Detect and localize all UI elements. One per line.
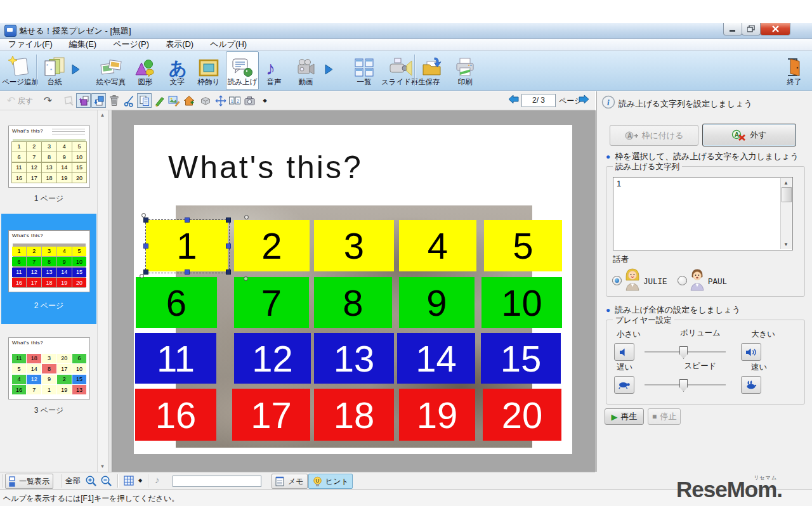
resize-handle[interactable] — [143, 217, 148, 223]
attach-to-frame-button[interactable]: A 枠に付ける — [610, 125, 698, 146]
toolbar-button-shapes[interactable]: 図形 — [130, 52, 160, 88]
grid-cell[interactable]: 7 — [234, 277, 309, 328]
cut-icon[interactable] — [122, 93, 136, 108]
bring-front-icon[interactable] — [76, 93, 91, 108]
grid-cell[interactable]: 20 — [483, 389, 561, 441]
toolbar-button-pages[interactable]: 一覧 — [347, 52, 381, 88]
speed-slider-track[interactable] — [645, 384, 726, 386]
toolbar-button-photos[interactable]: 絵や写真 — [93, 52, 129, 88]
menu-4[interactable]: ヘルプ(H) — [202, 39, 255, 50]
minimize-button[interactable] — [723, 23, 742, 36]
grid-cell[interactable]: 19 — [399, 389, 475, 441]
grid-cell[interactable]: 18 — [314, 389, 394, 441]
menu-1[interactable]: 編集(E) — [61, 39, 105, 50]
camera-icon[interactable] — [242, 93, 257, 108]
grid-cell[interactable]: 3 — [314, 220, 394, 271]
toolbar-button-print[interactable]: 印刷 — [449, 52, 481, 88]
box-icon[interactable] — [198, 93, 213, 108]
list-view-button[interactable]: 一覧表示 — [5, 474, 53, 489]
zoom-out-button[interactable] — [100, 475, 112, 486]
speed-slider-thumb[interactable] — [679, 379, 688, 392]
grid-cell[interactable]: 10 — [481, 277, 562, 328]
scroll-down-icon[interactable]: ▼ — [99, 464, 106, 469]
menu-3[interactable]: 表示(D) — [157, 39, 202, 50]
slide-title[interactable]: What's this? — [168, 149, 363, 186]
toolbar-button-save[interactable]: 保存 — [417, 52, 448, 88]
page-thumbnail-2[interactable]: What's this?1234567891011121314151617181… — [8, 230, 90, 292]
page-thumbnail-3[interactable]: What's this?1118320651481710412921516711… — [8, 337, 90, 399]
speech-text-area[interactable]: 1 ▲ ▼ — [613, 177, 793, 250]
volume-up-button[interactable] — [741, 343, 761, 361]
toolbar-button-speech[interactable]: 読み上げ — [226, 51, 259, 90]
toolbar-button-audio[interactable]: ♪音声 — [259, 52, 289, 88]
pen-icon[interactable] — [152, 93, 167, 108]
grid-cell[interactable]: 2 — [234, 220, 310, 271]
scroll-down-icon[interactable]: ▼ — [782, 242, 790, 247]
toolbar-button-exit[interactable]: 終了 — [779, 52, 809, 88]
dropdown-icon[interactable]: ◆ — [258, 93, 272, 108]
scroll-up-icon[interactable]: ▲ — [99, 112, 106, 118]
toolbar-button-frame[interactable]: 枠飾り — [193, 52, 225, 88]
grid-cell[interactable]: 15 — [481, 333, 561, 384]
resize-handle[interactable] — [143, 243, 148, 249]
textarea-scrollbar[interactable]: ▲ ▼ — [780, 178, 792, 249]
page-number-field[interactable]: 2/ 3 — [521, 94, 556, 107]
resize-handle[interactable] — [226, 217, 231, 223]
grid-cell[interactable]: 4 — [399, 220, 476, 271]
toolbar-button-projector[interactable]: スライド再生 — [381, 52, 419, 88]
selection-box[interactable] — [145, 219, 230, 273]
play-button[interactable]: ▶ 再生 — [605, 408, 644, 425]
toolbar-button-backboard[interactable]: **台紙 — [39, 52, 70, 88]
grid-cell[interactable]: 11 — [135, 333, 216, 384]
grid-cell[interactable]: 6 — [136, 277, 217, 328]
sidebar-scrollbar[interactable]: ▲ ▼ — [97, 110, 108, 472]
grid-dropdown-icon[interactable]: ◆ — [138, 477, 142, 483]
resize-handle[interactable] — [143, 269, 148, 275]
crop-icon[interactable] — [61, 93, 75, 108]
grid-cell[interactable]: 12 — [234, 333, 311, 384]
radio-paul[interactable] — [678, 276, 687, 285]
page-thumbnail-1[interactable]: What's this?1234567891011121314151617181… — [8, 126, 90, 188]
zoom-in-button[interactable] — [85, 475, 97, 486]
grid-cell[interactable]: 13 — [314, 333, 394, 384]
scroll-up-icon[interactable]: ▲ — [782, 180, 790, 186]
grid-cell[interactable]: 17 — [232, 389, 310, 441]
trash-icon[interactable] — [107, 93, 121, 108]
undo-icon[interactable]: ↶ — [4, 93, 18, 108]
toolbar-button-moji[interactable]: あ文字 — [162, 52, 192, 88]
close-button[interactable] — [760, 23, 790, 36]
grid-cell[interactable]: 5 — [484, 220, 562, 271]
resize-handle[interactable] — [226, 243, 231, 249]
volume-slider-track[interactable] — [645, 351, 726, 353]
show-all-button[interactable]: 全部 — [65, 474, 81, 488]
resize-handle[interactable] — [226, 269, 231, 275]
bottom-text-input[interactable] — [173, 476, 261, 487]
speed-up-button[interactable] — [741, 376, 761, 394]
img-edit-icon[interactable] — [166, 93, 181, 108]
grid-cell[interactable]: 9 — [399, 277, 475, 328]
grid-cell[interactable]: 16 — [135, 389, 216, 441]
page-label-1[interactable]: 1 ページ — [1, 193, 96, 204]
scroll-thumb[interactable] — [782, 187, 792, 202]
radio-julie[interactable] — [612, 276, 622, 285]
move-icon[interactable] — [213, 93, 228, 108]
resize-handle[interactable] — [185, 217, 190, 223]
stop-button[interactable]: ■ 停止 — [648, 408, 681, 425]
copy-icon[interactable] — [137, 93, 152, 108]
memo-button[interactable]: メモ — [272, 474, 308, 489]
restore-button[interactable] — [742, 23, 761, 36]
home-add-icon[interactable] — [181, 93, 196, 108]
hint-button[interactable]: ヒント — [308, 474, 353, 489]
menu-0[interactable]: ファイル(F) — [0, 39, 61, 50]
grid-cell[interactable]: 8 — [314, 277, 392, 328]
detach-button[interactable]: A 外す — [702, 124, 796, 146]
volume-down-button[interactable] — [614, 343, 634, 361]
page-next-icon[interactable] — [579, 94, 589, 104]
page-prev-icon[interactable] — [508, 94, 519, 104]
pages12-icon[interactable]: 12 — [227, 93, 242, 108]
toolbar-button-page-add[interactable]: ページ追加 — [2, 52, 35, 88]
redo-icon[interactable]: ↷ — [41, 93, 55, 108]
speed-down-button[interactable] — [614, 376, 634, 394]
toolbar-button-video[interactable]: 動画 — [290, 52, 322, 88]
volume-slider-thumb[interactable] — [679, 346, 688, 359]
